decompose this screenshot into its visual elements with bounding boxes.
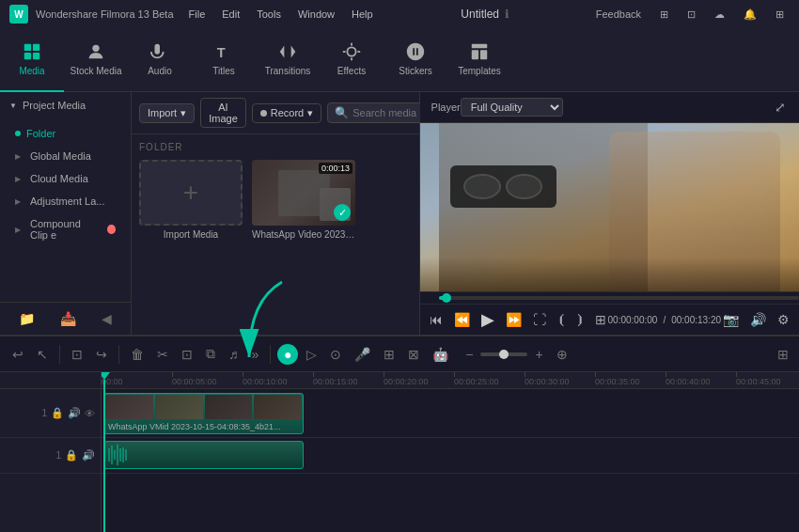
player-seek-bar[interactable] [420, 291, 799, 304]
clip-btn[interactable]: ⊞ [593, 310, 608, 329]
cloud-icon-btn[interactable]: ☁ [709, 7, 730, 23]
video-mute-icon-btn[interactable]: 🔊 [68, 407, 81, 419]
zoom-slider[interactable] [480, 352, 527, 356]
clip-frame-4 [254, 395, 302, 419]
crop-btn[interactable]: ⊡ [177, 344, 197, 365]
add-track-btn[interactable]: ⊕ [552, 344, 572, 365]
grid-view-btn[interactable]: ⊞ [775, 344, 791, 365]
sidebar-item-adjustment[interactable]: ▶ Adjustment La... [0, 190, 131, 212]
ripple-btn[interactable]: ⊡ [67, 344, 87, 365]
tab-stickers[interactable]: Stickers [384, 28, 447, 92]
mic-btn[interactable]: 🎤 [350, 344, 375, 365]
go-to-start-btn[interactable]: ⏮ [428, 310, 445, 329]
audio-clip[interactable] [103, 441, 304, 469]
mark-in-btn[interactable]: ⦗ [556, 310, 567, 329]
import-icon-btn[interactable]: 📥 [57, 308, 79, 329]
delete-btn[interactable]: 🗑 [126, 344, 149, 365]
whatsapp-video-item[interactable]: 0:00:13 ✓ WhatsApp Video 2023-10-05... [252, 160, 355, 240]
transform-btn[interactable]: ⧉ [201, 343, 220, 365]
ruler-mark-5: 00:00:25:00 [454, 372, 525, 386]
ai-image-button[interactable]: AI Image [200, 98, 246, 128]
seek-bar-thumb[interactable] [442, 293, 451, 303]
whatsapp-video-thumb[interactable]: 0:00:13 ✓ [252, 160, 355, 226]
player-header: Player Full Quality Half Quality Quarter… [420, 92, 799, 123]
play-btn[interactable]: ▶ [479, 307, 496, 332]
sidebar-item-folder[interactable]: Folder [0, 122, 131, 145]
voiceover-btn[interactable]: ⊞ [379, 344, 400, 365]
menu-window[interactable]: Window [290, 7, 342, 22]
snapshot-tl-btn[interactable]: ⊙ [325, 344, 346, 365]
player-expand-icon-btn[interactable]: ⤢ [773, 98, 788, 117]
settings-btn[interactable]: ⚙ [776, 310, 791, 329]
arrow-icon: ▶ [15, 197, 21, 206]
video-lock-icon-btn[interactable]: 🔒 [51, 407, 64, 419]
import-thumb[interactable]: + [139, 160, 243, 226]
quality-select[interactable]: Full Quality Half Quality Quarter Qualit… [461, 98, 563, 117]
record-button[interactable]: Record ▾ [252, 103, 321, 123]
seek-bar-track[interactable] [439, 296, 799, 300]
project-media-label: Project Media [23, 100, 86, 111]
subtitle-btn[interactable]: ⊠ [403, 344, 424, 365]
project-title: Untitled [461, 8, 499, 21]
select-tool-btn[interactable]: ↖ [32, 344, 53, 365]
zoom-out-btn[interactable]: − [461, 344, 478, 365]
video-clip[interactable]: WhatsApp VMid 2023-10-15-04:08:35_4b21..… [103, 393, 304, 434]
redo-btn[interactable]: ↪ [91, 344, 112, 365]
video-track-number: 1 [41, 408, 47, 418]
tab-stock-media[interactable]: Stock Media [64, 28, 128, 92]
media-grid: + Import Media [139, 160, 412, 240]
video-eye-icon-btn[interactable]: 👁 [85, 408, 95, 419]
zoom-in-btn[interactable]: + [530, 344, 547, 365]
audio-lock-icon-btn[interactable]: 🔒 [65, 449, 78, 462]
ai-tl-btn[interactable]: 🤖 [428, 344, 453, 365]
menu-help[interactable]: Help [344, 7, 381, 22]
sidebar-item-compound-clip[interactable]: ▶ Compound Clip e [0, 212, 131, 246]
transport-buttons: ⏮ ⏪ ▶ ⏩ ⛶ ⦗ ⦘ ⊞ [428, 307, 608, 332]
tab-audio[interactable]: Audio [128, 28, 192, 92]
feedback-button[interactable]: Feedback [590, 7, 647, 22]
snapshot-btn[interactable]: 📷 [721, 310, 741, 329]
svg-rect-13 [480, 50, 487, 59]
ruler-mark-8: 00:00:40:00 [666, 372, 736, 386]
menu-edit[interactable]: Edit [214, 7, 247, 22]
video-preview [420, 123, 799, 291]
app-logo: W [9, 5, 28, 23]
new-folder-icon-btn[interactable]: 📁 [16, 308, 38, 329]
tab-effects[interactable]: Effects [320, 28, 384, 92]
play-tl-btn[interactable]: ▷ [302, 344, 321, 365]
collapse-panel-icon-btn[interactable]: ◀ [99, 308, 115, 329]
sidebar-item-cloud-media[interactable]: ▶ Cloud Media [0, 167, 131, 190]
bell-icon-btn[interactable]: 🔔 [738, 7, 762, 23]
folder-section-label: FOLDER [139, 142, 412, 152]
fullscreen-btn[interactable]: ⛶ [531, 310, 548, 329]
step-forward-btn[interactable]: ⏩ [504, 310, 524, 329]
clip-thumb-strip [104, 394, 303, 420]
grid-icon-btn[interactable]: ⊞ [770, 7, 790, 23]
menu-tools[interactable]: Tools [249, 7, 289, 22]
step-back-btn[interactable]: ⏪ [452, 310, 472, 329]
tab-transitions[interactable]: Transitions [256, 28, 320, 92]
monitor-icon-btn[interactable]: ⊞ [654, 7, 674, 23]
mark-out-btn[interactable]: ⦘ [574, 310, 586, 329]
menu-file[interactable]: File [181, 7, 213, 22]
screen-icon-btn[interactable]: ⊡ [682, 7, 701, 23]
zoom-slider-thumb[interactable] [499, 350, 509, 359]
import-button[interactable]: Import ▾ [139, 103, 195, 123]
audio-btn[interactable]: ♬ [224, 344, 243, 365]
ruler-mark-9: 00:00:45:00 [736, 372, 799, 386]
main-area: Media Stock Media Audio T Titles Transit… [0, 28, 799, 532]
project-media-header[interactable]: ▼ Project Media [0, 92, 131, 118]
player-controls: ⏮ ⏪ ▶ ⏩ ⛶ ⦗ ⦘ ⊞ 00:00:00:00 / 00:00:13:2… [420, 304, 799, 335]
cut-btn[interactable]: ✂ [152, 344, 173, 365]
audio-mute-icon-btn[interactable]: 🔊 [82, 449, 95, 462]
volume-btn[interactable]: 🔊 [748, 310, 768, 329]
undo-btn[interactable]: ↩ [8, 344, 28, 365]
tab-titles[interactable]: T Titles [192, 28, 256, 92]
record-timeline-btn[interactable]: ● [277, 344, 298, 365]
tab-media[interactable]: Media [0, 28, 64, 92]
sidebar-item-global-media[interactable]: ▶ Global Media [0, 145, 131, 167]
forward-btn[interactable]: » [247, 344, 264, 365]
tab-templates[interactable]: Templates [447, 28, 511, 92]
import-media-item[interactable]: + Import Media [139, 160, 243, 240]
svg-rect-2 [24, 53, 31, 59]
